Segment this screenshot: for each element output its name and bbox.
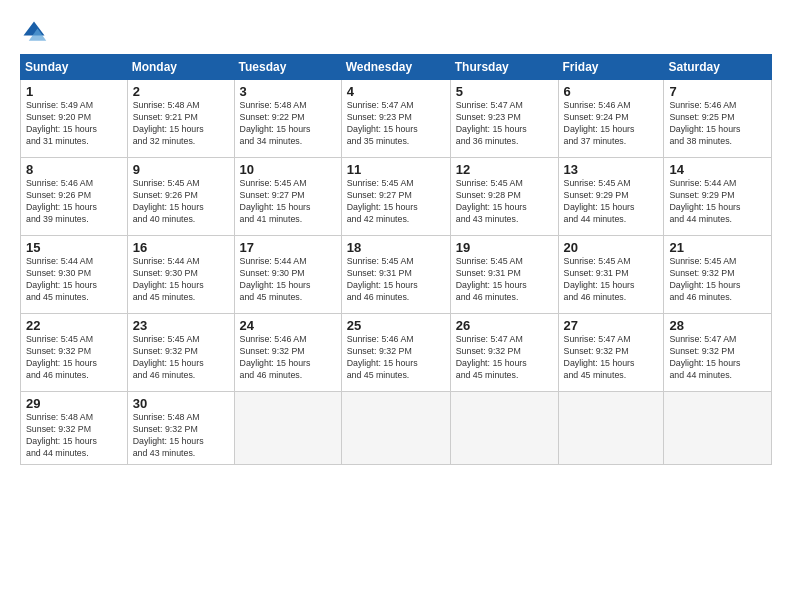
day-cell-18: 18Sunrise: 5:45 AM Sunset: 9:31 PM Dayli… xyxy=(341,236,450,314)
day-cell-5: 5Sunrise: 5:47 AM Sunset: 9:23 PM Daylig… xyxy=(450,80,558,158)
day-number: 28 xyxy=(669,318,766,333)
day-number: 26 xyxy=(456,318,553,333)
day-number: 30 xyxy=(133,396,229,411)
day-number: 6 xyxy=(564,84,659,99)
day-cell-8: 8Sunrise: 5:46 AM Sunset: 9:26 PM Daylig… xyxy=(21,158,128,236)
header-cell-saturday: Saturday xyxy=(664,55,772,80)
day-cell-3: 3Sunrise: 5:48 AM Sunset: 9:22 PM Daylig… xyxy=(234,80,341,158)
day-number: 17 xyxy=(240,240,336,255)
day-info: Sunrise: 5:44 AM Sunset: 9:30 PM Dayligh… xyxy=(240,256,336,304)
day-number: 4 xyxy=(347,84,445,99)
header-cell-monday: Monday xyxy=(127,55,234,80)
header-cell-thursday: Thursday xyxy=(450,55,558,80)
day-info: Sunrise: 5:46 AM Sunset: 9:32 PM Dayligh… xyxy=(347,334,445,382)
day-info: Sunrise: 5:45 AM Sunset: 9:31 PM Dayligh… xyxy=(347,256,445,304)
day-info: Sunrise: 5:45 AM Sunset: 9:29 PM Dayligh… xyxy=(564,178,659,226)
calendar-week-4: 22Sunrise: 5:45 AM Sunset: 9:32 PM Dayli… xyxy=(21,314,772,392)
calendar-week-2: 8Sunrise: 5:46 AM Sunset: 9:26 PM Daylig… xyxy=(21,158,772,236)
day-cell-17: 17Sunrise: 5:44 AM Sunset: 9:30 PM Dayli… xyxy=(234,236,341,314)
logo xyxy=(20,18,52,46)
day-cell-28: 28Sunrise: 5:47 AM Sunset: 9:32 PM Dayli… xyxy=(664,314,772,392)
day-number: 20 xyxy=(564,240,659,255)
day-info: Sunrise: 5:47 AM Sunset: 9:23 PM Dayligh… xyxy=(347,100,445,148)
day-cell-7: 7Sunrise: 5:46 AM Sunset: 9:25 PM Daylig… xyxy=(664,80,772,158)
day-info: Sunrise: 5:46 AM Sunset: 9:26 PM Dayligh… xyxy=(26,178,122,226)
day-info: Sunrise: 5:46 AM Sunset: 9:24 PM Dayligh… xyxy=(564,100,659,148)
day-info: Sunrise: 5:45 AM Sunset: 9:26 PM Dayligh… xyxy=(133,178,229,226)
day-cell-29: 29Sunrise: 5:48 AM Sunset: 9:32 PM Dayli… xyxy=(21,392,128,465)
day-cell-1: 1Sunrise: 5:49 AM Sunset: 9:20 PM Daylig… xyxy=(21,80,128,158)
calendar-week-5: 29Sunrise: 5:48 AM Sunset: 9:32 PM Dayli… xyxy=(21,392,772,465)
day-info: Sunrise: 5:47 AM Sunset: 9:32 PM Dayligh… xyxy=(564,334,659,382)
day-info: Sunrise: 5:44 AM Sunset: 9:29 PM Dayligh… xyxy=(669,178,766,226)
day-number: 18 xyxy=(347,240,445,255)
day-info: Sunrise: 5:47 AM Sunset: 9:23 PM Dayligh… xyxy=(456,100,553,148)
header xyxy=(20,18,772,46)
day-cell-9: 9Sunrise: 5:45 AM Sunset: 9:26 PM Daylig… xyxy=(127,158,234,236)
day-cell-23: 23Sunrise: 5:45 AM Sunset: 9:32 PM Dayli… xyxy=(127,314,234,392)
page: SundayMondayTuesdayWednesdayThursdayFrid… xyxy=(0,0,792,612)
day-info: Sunrise: 5:46 AM Sunset: 9:25 PM Dayligh… xyxy=(669,100,766,148)
empty-cell xyxy=(450,392,558,465)
day-number: 14 xyxy=(669,162,766,177)
day-number: 5 xyxy=(456,84,553,99)
day-number: 16 xyxy=(133,240,229,255)
day-info: Sunrise: 5:48 AM Sunset: 9:32 PM Dayligh… xyxy=(133,412,229,460)
day-cell-11: 11Sunrise: 5:45 AM Sunset: 9:27 PM Dayli… xyxy=(341,158,450,236)
day-cell-30: 30Sunrise: 5:48 AM Sunset: 9:32 PM Dayli… xyxy=(127,392,234,465)
day-number: 10 xyxy=(240,162,336,177)
day-number: 24 xyxy=(240,318,336,333)
day-cell-2: 2Sunrise: 5:48 AM Sunset: 9:21 PM Daylig… xyxy=(127,80,234,158)
day-info: Sunrise: 5:48 AM Sunset: 9:21 PM Dayligh… xyxy=(133,100,229,148)
day-info: Sunrise: 5:45 AM Sunset: 9:31 PM Dayligh… xyxy=(456,256,553,304)
day-cell-21: 21Sunrise: 5:45 AM Sunset: 9:32 PM Dayli… xyxy=(664,236,772,314)
day-number: 15 xyxy=(26,240,122,255)
day-cell-19: 19Sunrise: 5:45 AM Sunset: 9:31 PM Dayli… xyxy=(450,236,558,314)
day-info: Sunrise: 5:45 AM Sunset: 9:32 PM Dayligh… xyxy=(133,334,229,382)
day-number: 2 xyxy=(133,84,229,99)
day-cell-14: 14Sunrise: 5:44 AM Sunset: 9:29 PM Dayli… xyxy=(664,158,772,236)
logo-icon xyxy=(20,18,48,46)
day-number: 27 xyxy=(564,318,659,333)
day-info: Sunrise: 5:45 AM Sunset: 9:27 PM Dayligh… xyxy=(347,178,445,226)
day-cell-12: 12Sunrise: 5:45 AM Sunset: 9:28 PM Dayli… xyxy=(450,158,558,236)
day-cell-16: 16Sunrise: 5:44 AM Sunset: 9:30 PM Dayli… xyxy=(127,236,234,314)
calendar-week-3: 15Sunrise: 5:44 AM Sunset: 9:30 PM Dayli… xyxy=(21,236,772,314)
day-info: Sunrise: 5:48 AM Sunset: 9:32 PM Dayligh… xyxy=(26,412,122,460)
day-cell-13: 13Sunrise: 5:45 AM Sunset: 9:29 PM Dayli… xyxy=(558,158,664,236)
day-number: 21 xyxy=(669,240,766,255)
empty-cell xyxy=(234,392,341,465)
day-cell-15: 15Sunrise: 5:44 AM Sunset: 9:30 PM Dayli… xyxy=(21,236,128,314)
day-cell-25: 25Sunrise: 5:46 AM Sunset: 9:32 PM Dayli… xyxy=(341,314,450,392)
day-number: 11 xyxy=(347,162,445,177)
day-info: Sunrise: 5:47 AM Sunset: 9:32 PM Dayligh… xyxy=(669,334,766,382)
day-cell-27: 27Sunrise: 5:47 AM Sunset: 9:32 PM Dayli… xyxy=(558,314,664,392)
day-info: Sunrise: 5:45 AM Sunset: 9:28 PM Dayligh… xyxy=(456,178,553,226)
empty-cell xyxy=(341,392,450,465)
day-number: 8 xyxy=(26,162,122,177)
empty-cell xyxy=(558,392,664,465)
day-info: Sunrise: 5:46 AM Sunset: 9:32 PM Dayligh… xyxy=(240,334,336,382)
day-info: Sunrise: 5:44 AM Sunset: 9:30 PM Dayligh… xyxy=(26,256,122,304)
day-number: 7 xyxy=(669,84,766,99)
header-cell-sunday: Sunday xyxy=(21,55,128,80)
day-cell-4: 4Sunrise: 5:47 AM Sunset: 9:23 PM Daylig… xyxy=(341,80,450,158)
day-number: 9 xyxy=(133,162,229,177)
day-number: 13 xyxy=(564,162,659,177)
day-number: 23 xyxy=(133,318,229,333)
day-info: Sunrise: 5:49 AM Sunset: 9:20 PM Dayligh… xyxy=(26,100,122,148)
day-info: Sunrise: 5:47 AM Sunset: 9:32 PM Dayligh… xyxy=(456,334,553,382)
day-cell-22: 22Sunrise: 5:45 AM Sunset: 9:32 PM Dayli… xyxy=(21,314,128,392)
day-info: Sunrise: 5:45 AM Sunset: 9:32 PM Dayligh… xyxy=(669,256,766,304)
header-row: SundayMondayTuesdayWednesdayThursdayFrid… xyxy=(21,55,772,80)
header-cell-wednesday: Wednesday xyxy=(341,55,450,80)
day-cell-20: 20Sunrise: 5:45 AM Sunset: 9:31 PM Dayli… xyxy=(558,236,664,314)
day-number: 1 xyxy=(26,84,122,99)
day-info: Sunrise: 5:44 AM Sunset: 9:30 PM Dayligh… xyxy=(133,256,229,304)
calendar-table: SundayMondayTuesdayWednesdayThursdayFrid… xyxy=(20,54,772,465)
day-info: Sunrise: 5:45 AM Sunset: 9:32 PM Dayligh… xyxy=(26,334,122,382)
day-info: Sunrise: 5:45 AM Sunset: 9:27 PM Dayligh… xyxy=(240,178,336,226)
header-cell-tuesday: Tuesday xyxy=(234,55,341,80)
day-number: 12 xyxy=(456,162,553,177)
day-number: 3 xyxy=(240,84,336,99)
